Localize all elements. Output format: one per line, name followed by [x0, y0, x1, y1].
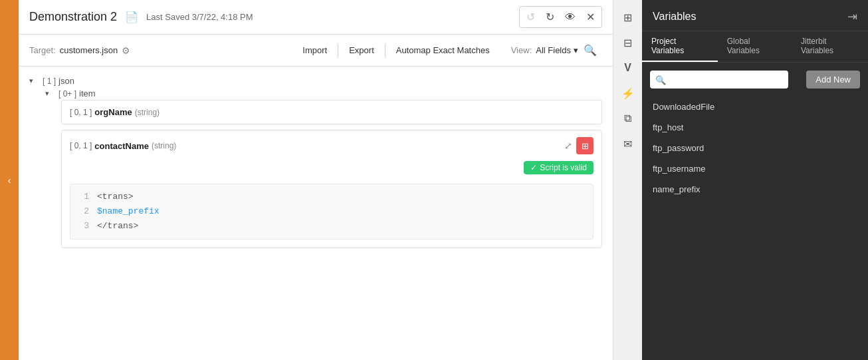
field-card-contactname: [ 0, 1 ] contactName (string) ⤢ ⊞ [61, 130, 602, 248]
gear-icon[interactable]: ⚙ [122, 45, 130, 56]
line-content-2: $name_prefix [97, 204, 160, 219]
orgname-badge: [ 0, 1 ] [70, 108, 92, 117]
export-button[interactable]: Export [338, 43, 385, 58]
table-icon-btn[interactable]: ⊟ [616, 31, 640, 55]
variable-item-ftp-host[interactable]: ftp_host [642, 117, 868, 138]
target-file: customers.json [60, 45, 118, 55]
orgname-type: (string) [135, 108, 160, 117]
child-key: item [79, 89, 96, 98]
expand-script-button[interactable]: ⤢ [564, 140, 572, 151]
saved-text: Last Saved 3/7/22, 4:18 PM [146, 12, 253, 22]
variable-item-name-prefix[interactable]: name_prefix [642, 179, 868, 200]
script-area: ✓ Script is valid 1 <trans> [62, 161, 601, 248]
variables-search-input[interactable] [650, 71, 788, 89]
tree-child-row: ▾ [ 0+ ] item [45, 87, 602, 100]
tab-global-variables[interactable]: Global Variables [718, 31, 792, 62]
view-dropdown[interactable]: All Fields ▾ [536, 45, 578, 55]
variable-icon-btn[interactable]: V [616, 56, 640, 80]
valid-label: Script is valid [540, 163, 587, 172]
contactname-actions: ⤢ ⊞ [564, 137, 594, 154]
field-card-orgname-header: [ 0, 1 ] orgName (string) [62, 100, 601, 124]
variables-panel: Variables ⇥ Project Variables Global Var… [642, 0, 868, 360]
chevron-left-icon: ‹ [8, 175, 11, 186]
tree-root: ▾ [ 1 ] json ▾ [ 0+ ] item [ 0, [29, 75, 602, 248]
variables-header: Variables ⇥ [642, 0, 868, 31]
field-card-contactname-header: [ 0, 1 ] contactName (string) ⤢ ⊞ [62, 130, 601, 161]
contactname-badge: [ 0, 1 ] [70, 141, 92, 150]
tree-child-item: ▾ [ 0+ ] item [ 0, 1 ] orgName (string) [45, 87, 602, 248]
variables-search-row: 🔍 Add New [642, 63, 868, 94]
header-controls: ↺ ↻ 👁 ✕ [519, 6, 602, 28]
root-key: json [58, 76, 74, 86]
orgname-label: orgName [94, 107, 132, 117]
view-label: View: [511, 45, 532, 55]
tree-toggle-root[interactable]: ▾ [29, 77, 40, 85]
variables-list: DownloadedFile ftp_host ftp_password ftp… [642, 94, 868, 360]
mapping-content: ▾ [ 1 ] json ▾ [ 0+ ] item [ 0, [19, 67, 613, 360]
undo-button[interactable]: ↺ [522, 8, 539, 26]
script-type-button[interactable]: ⊞ [576, 137, 594, 154]
close-button[interactable]: ✕ [582, 8, 599, 26]
script-line-2: 2 $name_prefix [78, 204, 585, 219]
automap-button[interactable]: Automap Exact Matches [385, 43, 500, 58]
line-content-3: </trans> [97, 219, 138, 234]
tree-toggle-child[interactable]: ▾ [45, 89, 56, 98]
view-value: All Fields [536, 45, 571, 55]
variables-close-button[interactable]: ⇥ [847, 9, 857, 24]
variable-item-ftp-username[interactable]: ftp_username [642, 158, 868, 179]
variables-search-wrap: 🔍 [650, 71, 801, 89]
tree-root-row: ▾ [ 1 ] json [29, 75, 602, 87]
script-line-3: 3 </trans> [78, 219, 585, 234]
tab-project-variables[interactable]: Project Variables [642, 31, 718, 62]
toolbar-actions: Import Export Automap Exact Matches [292, 43, 500, 58]
view-selector: View: All Fields ▾ [500, 45, 578, 55]
line-content-1: <trans> [97, 190, 134, 204]
target-selector: Target: customers.json ⚙ [29, 45, 130, 56]
root-badge: [ 1 ] [43, 77, 56, 86]
copy-icon-btn[interactable]: ⧉ [616, 106, 640, 130]
checkmark-icon: ✓ [530, 163, 537, 172]
right-icon-bar: ⊞ ⊟ V ⚡ ⧉ ✉ [613, 0, 642, 360]
email-icon-btn[interactable]: ✉ [616, 132, 640, 156]
target-label: Target: [29, 45, 56, 55]
script-valid-row: ✓ Script is valid [70, 161, 594, 180]
left-sidebar-toggle[interactable]: ‹ [0, 0, 19, 360]
variable-item-ftp-password[interactable]: ftp_password [642, 138, 868, 158]
search-icon: 🔍 [655, 75, 666, 85]
import-button[interactable]: Import [292, 43, 338, 58]
child-badge: [ 0+ ] [58, 89, 76, 98]
toolbar: Target: customers.json ⚙ Import Export A… [19, 35, 613, 67]
tree-fields: [ 0, 1 ] orgName (string) [ 0, 1 ] conta… [61, 100, 602, 248]
chevron-down-icon: ▾ [574, 45, 578, 55]
page-title: Demonstration 2 [29, 10, 117, 24]
contactname-label: contactName [94, 141, 149, 151]
field-card-orgname: [ 0, 1 ] orgName (string) [61, 100, 602, 124]
line-num-3: 3 [78, 219, 89, 234]
add-new-button[interactable]: Add New [806, 71, 860, 89]
search-button[interactable]: 🔍 [578, 41, 602, 59]
variables-tabs: Project Variables Global Variables Jitte… [642, 31, 868, 63]
last-saved-label: Last Saved 3/7/22, 4:18 PM [146, 12, 253, 22]
line-num-1: 1 [78, 190, 89, 204]
variable-item-downloadedfile[interactable]: DownloadedFile [642, 96, 868, 117]
preview-button[interactable]: 👁 [561, 9, 580, 26]
header: Demonstration 2 📄 Last Saved 3/7/22, 4:1… [19, 0, 613, 35]
redo-button[interactable]: ↻ [542, 8, 558, 26]
plugin-icon-btn[interactable]: ⚡ [616, 81, 640, 105]
database-icon-btn[interactable]: ⊞ [616, 5, 640, 29]
contactname-type: (string) [152, 141, 176, 150]
variables-title: Variables [653, 11, 697, 23]
document-icon: 📄 [125, 11, 138, 23]
script-line-1: 1 <trans> [78, 190, 585, 204]
tab-jitterbit-variables[interactable]: Jitterbit Variables [792, 31, 868, 62]
script-editor[interactable]: 1 <trans> 2 $name_prefix 3 [70, 184, 594, 240]
line-num-2: 2 [78, 204, 89, 219]
script-valid-badge: ✓ Script is valid [524, 161, 594, 174]
